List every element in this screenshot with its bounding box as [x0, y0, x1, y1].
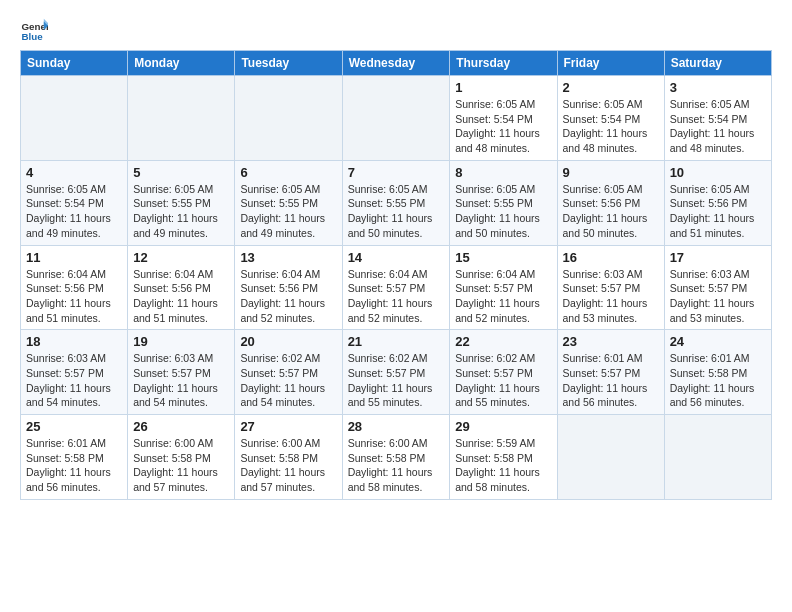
calendar-cell: 24Sunrise: 6:01 AM Sunset: 5:58 PM Dayli… — [664, 330, 771, 415]
day-info: Sunrise: 6:05 AM Sunset: 5:56 PM Dayligh… — [670, 182, 766, 241]
calendar-row-2: 4Sunrise: 6:05 AM Sunset: 5:54 PM Daylig… — [21, 160, 772, 245]
calendar-cell: 13Sunrise: 6:04 AM Sunset: 5:56 PM Dayli… — [235, 245, 342, 330]
calendar-cell: 8Sunrise: 6:05 AM Sunset: 5:55 PM Daylig… — [450, 160, 557, 245]
calendar-cell — [557, 415, 664, 500]
day-info: Sunrise: 6:02 AM Sunset: 5:57 PM Dayligh… — [240, 351, 336, 410]
day-info: Sunrise: 6:05 AM Sunset: 5:54 PM Dayligh… — [26, 182, 122, 241]
col-header-saturday: Saturday — [664, 51, 771, 76]
calendar-cell: 23Sunrise: 6:01 AM Sunset: 5:57 PM Dayli… — [557, 330, 664, 415]
day-info: Sunrise: 6:04 AM Sunset: 5:56 PM Dayligh… — [240, 267, 336, 326]
day-number: 23 — [563, 334, 659, 349]
logo-icon: General Blue — [20, 16, 48, 44]
calendar-cell: 5Sunrise: 6:05 AM Sunset: 5:55 PM Daylig… — [128, 160, 235, 245]
day-number: 27 — [240, 419, 336, 434]
day-number: 6 — [240, 165, 336, 180]
day-number: 1 — [455, 80, 551, 95]
logo: General Blue — [20, 16, 52, 44]
day-info: Sunrise: 6:00 AM Sunset: 5:58 PM Dayligh… — [240, 436, 336, 495]
day-info: Sunrise: 6:04 AM Sunset: 5:57 PM Dayligh… — [348, 267, 445, 326]
day-info: Sunrise: 5:59 AM Sunset: 5:58 PM Dayligh… — [455, 436, 551, 495]
day-info: Sunrise: 6:05 AM Sunset: 5:54 PM Dayligh… — [455, 97, 551, 156]
day-info: Sunrise: 6:03 AM Sunset: 5:57 PM Dayligh… — [563, 267, 659, 326]
calendar-cell: 4Sunrise: 6:05 AM Sunset: 5:54 PM Daylig… — [21, 160, 128, 245]
calendar-cell: 15Sunrise: 6:04 AM Sunset: 5:57 PM Dayli… — [450, 245, 557, 330]
calendar-header-row: SundayMondayTuesdayWednesdayThursdayFrid… — [21, 51, 772, 76]
calendar-cell: 25Sunrise: 6:01 AM Sunset: 5:58 PM Dayli… — [21, 415, 128, 500]
calendar-row-5: 25Sunrise: 6:01 AM Sunset: 5:58 PM Dayli… — [21, 415, 772, 500]
day-number: 9 — [563, 165, 659, 180]
day-number: 10 — [670, 165, 766, 180]
day-info: Sunrise: 6:01 AM Sunset: 5:58 PM Dayligh… — [26, 436, 122, 495]
calendar-cell: 10Sunrise: 6:05 AM Sunset: 5:56 PM Dayli… — [664, 160, 771, 245]
calendar-cell — [664, 415, 771, 500]
svg-text:Blue: Blue — [21, 31, 43, 42]
day-number: 24 — [670, 334, 766, 349]
calendar-cell: 6Sunrise: 6:05 AM Sunset: 5:55 PM Daylig… — [235, 160, 342, 245]
col-header-monday: Monday — [128, 51, 235, 76]
calendar-row-3: 11Sunrise: 6:04 AM Sunset: 5:56 PM Dayli… — [21, 245, 772, 330]
day-info: Sunrise: 6:05 AM Sunset: 5:55 PM Dayligh… — [133, 182, 229, 241]
col-header-tuesday: Tuesday — [235, 51, 342, 76]
col-header-thursday: Thursday — [450, 51, 557, 76]
day-number: 8 — [455, 165, 551, 180]
day-info: Sunrise: 6:05 AM Sunset: 5:55 PM Dayligh… — [455, 182, 551, 241]
calendar-cell — [128, 76, 235, 161]
day-info: Sunrise: 6:05 AM Sunset: 5:56 PM Dayligh… — [563, 182, 659, 241]
day-number: 25 — [26, 419, 122, 434]
day-number: 26 — [133, 419, 229, 434]
calendar-cell: 9Sunrise: 6:05 AM Sunset: 5:56 PM Daylig… — [557, 160, 664, 245]
day-info: Sunrise: 6:04 AM Sunset: 5:56 PM Dayligh… — [133, 267, 229, 326]
day-number: 2 — [563, 80, 659, 95]
day-info: Sunrise: 6:03 AM Sunset: 5:57 PM Dayligh… — [133, 351, 229, 410]
day-number: 7 — [348, 165, 445, 180]
calendar-cell: 22Sunrise: 6:02 AM Sunset: 5:57 PM Dayli… — [450, 330, 557, 415]
day-info: Sunrise: 6:04 AM Sunset: 5:57 PM Dayligh… — [455, 267, 551, 326]
calendar-cell — [342, 76, 450, 161]
calendar-cell: 27Sunrise: 6:00 AM Sunset: 5:58 PM Dayli… — [235, 415, 342, 500]
calendar-cell: 20Sunrise: 6:02 AM Sunset: 5:57 PM Dayli… — [235, 330, 342, 415]
day-number: 18 — [26, 334, 122, 349]
day-number: 22 — [455, 334, 551, 349]
page-header: General Blue — [20, 16, 772, 44]
day-number: 20 — [240, 334, 336, 349]
calendar-cell: 21Sunrise: 6:02 AM Sunset: 5:57 PM Dayli… — [342, 330, 450, 415]
day-number: 14 — [348, 250, 445, 265]
calendar-table: SundayMondayTuesdayWednesdayThursdayFrid… — [20, 50, 772, 500]
day-number: 4 — [26, 165, 122, 180]
day-number: 5 — [133, 165, 229, 180]
day-info: Sunrise: 6:05 AM Sunset: 5:55 PM Dayligh… — [240, 182, 336, 241]
calendar-cell: 1Sunrise: 6:05 AM Sunset: 5:54 PM Daylig… — [450, 76, 557, 161]
calendar-cell: 11Sunrise: 6:04 AM Sunset: 5:56 PM Dayli… — [21, 245, 128, 330]
calendar-row-1: 1Sunrise: 6:05 AM Sunset: 5:54 PM Daylig… — [21, 76, 772, 161]
day-info: Sunrise: 6:01 AM Sunset: 5:57 PM Dayligh… — [563, 351, 659, 410]
calendar-cell: 16Sunrise: 6:03 AM Sunset: 5:57 PM Dayli… — [557, 245, 664, 330]
col-header-friday: Friday — [557, 51, 664, 76]
day-number: 15 — [455, 250, 551, 265]
calendar-cell: 3Sunrise: 6:05 AM Sunset: 5:54 PM Daylig… — [664, 76, 771, 161]
day-number: 13 — [240, 250, 336, 265]
day-number: 21 — [348, 334, 445, 349]
day-info: Sunrise: 6:05 AM Sunset: 5:54 PM Dayligh… — [670, 97, 766, 156]
day-info: Sunrise: 6:02 AM Sunset: 5:57 PM Dayligh… — [455, 351, 551, 410]
day-info: Sunrise: 6:05 AM Sunset: 5:55 PM Dayligh… — [348, 182, 445, 241]
day-info: Sunrise: 6:00 AM Sunset: 5:58 PM Dayligh… — [348, 436, 445, 495]
calendar-cell: 12Sunrise: 6:04 AM Sunset: 5:56 PM Dayli… — [128, 245, 235, 330]
col-header-sunday: Sunday — [21, 51, 128, 76]
day-info: Sunrise: 6:00 AM Sunset: 5:58 PM Dayligh… — [133, 436, 229, 495]
day-number: 19 — [133, 334, 229, 349]
calendar-row-4: 18Sunrise: 6:03 AM Sunset: 5:57 PM Dayli… — [21, 330, 772, 415]
day-info: Sunrise: 6:04 AM Sunset: 5:56 PM Dayligh… — [26, 267, 122, 326]
calendar-cell: 19Sunrise: 6:03 AM Sunset: 5:57 PM Dayli… — [128, 330, 235, 415]
day-info: Sunrise: 6:03 AM Sunset: 5:57 PM Dayligh… — [26, 351, 122, 410]
day-number: 11 — [26, 250, 122, 265]
day-info: Sunrise: 6:03 AM Sunset: 5:57 PM Dayligh… — [670, 267, 766, 326]
calendar-cell: 14Sunrise: 6:04 AM Sunset: 5:57 PM Dayli… — [342, 245, 450, 330]
day-number: 17 — [670, 250, 766, 265]
calendar-cell: 26Sunrise: 6:00 AM Sunset: 5:58 PM Dayli… — [128, 415, 235, 500]
day-number: 29 — [455, 419, 551, 434]
calendar-cell — [235, 76, 342, 161]
day-info: Sunrise: 6:05 AM Sunset: 5:54 PM Dayligh… — [563, 97, 659, 156]
day-number: 28 — [348, 419, 445, 434]
day-info: Sunrise: 6:02 AM Sunset: 5:57 PM Dayligh… — [348, 351, 445, 410]
day-info: Sunrise: 6:01 AM Sunset: 5:58 PM Dayligh… — [670, 351, 766, 410]
